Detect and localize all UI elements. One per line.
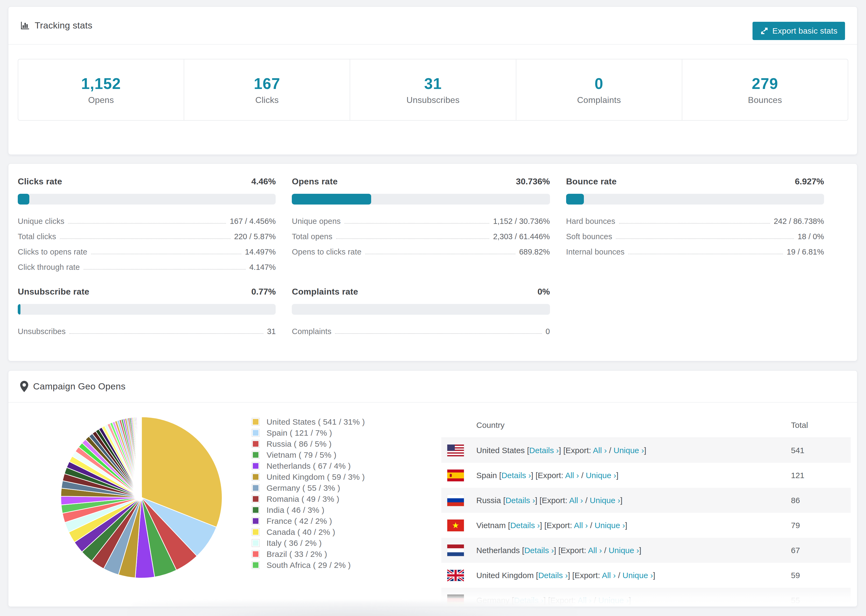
dotted-leader bbox=[335, 333, 542, 334]
flag-es bbox=[447, 470, 464, 481]
total-cell: 121 bbox=[791, 471, 851, 480]
export-all-link[interactable]: All › bbox=[602, 571, 616, 580]
rate-detail-label: Unique opens bbox=[292, 217, 340, 228]
stat-value: 0 bbox=[595, 75, 603, 93]
legend-label: Netherlands ( 67 / 4% ) bbox=[266, 462, 351, 471]
rate-section-complaints-rate: Complaints rate0%Complaints0 bbox=[292, 287, 550, 338]
export-button-label: Export basic stats bbox=[772, 26, 838, 36]
export-unique-link[interactable]: Unique › bbox=[614, 446, 644, 455]
rate-progress-bar bbox=[18, 304, 276, 315]
table-header-row: Country Total bbox=[441, 413, 851, 438]
dotted-leader bbox=[69, 333, 263, 334]
total-cell: 67 bbox=[791, 546, 851, 555]
stat-value: 31 bbox=[424, 75, 442, 93]
details-link[interactable]: Details › bbox=[538, 571, 568, 580]
country-name: Vietnam bbox=[476, 521, 508, 530]
bar-chart-icon bbox=[20, 21, 30, 30]
rate-detail-label: Total clicks bbox=[18, 232, 56, 243]
table-row-vietnam: ★Vietnam [Details ›] [Export: All › / Un… bbox=[441, 513, 851, 538]
legend-swatch bbox=[252, 484, 260, 492]
flag-gb bbox=[447, 569, 464, 581]
legend-label: Vietnam ( 79 / 5% ) bbox=[266, 451, 337, 460]
rate-detail-label: Total opens bbox=[292, 232, 332, 243]
country-name: Spain bbox=[476, 471, 499, 480]
details-link[interactable]: Details › bbox=[510, 521, 540, 530]
export-unique-link[interactable]: Unique › bbox=[595, 521, 625, 530]
country-cell: Vietnam [Details ›] [Export: All › / Uni… bbox=[476, 521, 791, 530]
export-unique-link[interactable]: Unique › bbox=[586, 471, 616, 480]
export-all-link[interactable]: All › bbox=[593, 446, 607, 455]
legend-item: India ( 46 / 3% ) bbox=[252, 504, 365, 515]
dotted-leader bbox=[616, 238, 794, 239]
rate-progress-fill bbox=[18, 194, 29, 204]
legend-label: France ( 42 / 2% ) bbox=[266, 517, 332, 526]
export-all-link[interactable]: All › bbox=[574, 521, 588, 530]
export-all-link[interactable]: All › bbox=[569, 496, 583, 505]
legend-item: Canada ( 40 / 2% ) bbox=[252, 526, 365, 537]
legend-swatch bbox=[252, 418, 260, 426]
legend-swatch bbox=[252, 550, 260, 558]
dotted-leader bbox=[91, 254, 241, 254]
rate-section-value: 30.736% bbox=[516, 177, 550, 187]
dotted-leader bbox=[365, 254, 515, 254]
rate-detail-row: Total clicks220 / 5.87% bbox=[18, 228, 276, 243]
legend-swatch bbox=[252, 517, 260, 525]
export-all-link[interactable]: All › bbox=[565, 471, 579, 480]
legend-item: United Kingdom ( 59 / 3% ) bbox=[252, 471, 365, 482]
rate-detail-row: Unsubscribes31 bbox=[18, 323, 276, 338]
rate-detail-value: 18 / 0% bbox=[798, 232, 824, 243]
export-all-link[interactable]: All › bbox=[588, 546, 602, 555]
table-row-russia: Russia [Details ›] [Export: All › / Uniq… bbox=[441, 488, 851, 513]
rate-detail-value: 220 / 5.87% bbox=[234, 232, 276, 243]
table-row-spain: Spain [Details ›] [Export: All › / Uniqu… bbox=[441, 463, 851, 488]
legend-item: Italy ( 36 / 2% ) bbox=[252, 537, 365, 548]
details-link[interactable]: Details › bbox=[505, 496, 535, 505]
legend-swatch bbox=[252, 506, 260, 514]
details-link[interactable]: Details › bbox=[524, 546, 554, 555]
export-basic-stats-button[interactable]: Export basic stats bbox=[753, 22, 845, 40]
legend-label: Romania ( 49 / 3% ) bbox=[266, 495, 339, 504]
rate-detail-row: Internal bounces19 / 6.81% bbox=[566, 243, 824, 259]
flag-nl bbox=[447, 545, 464, 556]
country-name: United Kingdom bbox=[476, 571, 536, 580]
country-cell: Russia [Details ›] [Export: All › / Uniq… bbox=[476, 496, 791, 505]
rate-detail-value: 14.497% bbox=[245, 248, 276, 259]
details-link[interactable]: Details › bbox=[529, 446, 559, 455]
country-cell: United States [Details ›] [Export: All ›… bbox=[476, 446, 791, 455]
geo-country-table: Country Total United States [Details ›] … bbox=[441, 413, 851, 607]
legend-swatch bbox=[252, 473, 260, 481]
rate-section-title: Opens rate bbox=[292, 177, 337, 187]
geo-card-header: Campaign Geo Opens bbox=[8, 371, 857, 402]
rate-section-value: 0.77% bbox=[252, 287, 276, 297]
rate-detail-label: Clicks to opens rate bbox=[18, 248, 87, 259]
bottom-blur-overlay bbox=[129, 602, 576, 616]
total-cell: 86 bbox=[791, 496, 851, 505]
rate-progress-bar bbox=[292, 304, 550, 315]
pie-legend: United States ( 541 / 31% )Spain ( 121 /… bbox=[252, 416, 365, 570]
stat-label: Unsubscribes bbox=[406, 95, 459, 105]
page-title: Tracking stats bbox=[35, 20, 93, 31]
rate-detail-label: Hard bounces bbox=[566, 217, 615, 228]
table-row-netherlands: Netherlands [Details ›] [Export: All › /… bbox=[441, 538, 851, 563]
rate-section-bounce-rate: Bounce rate6.927%Hard bounces242 / 86.73… bbox=[566, 177, 824, 274]
rates-card: Clicks rate4.46%Unique clicks167 / 4.456… bbox=[8, 163, 857, 361]
export-unique-link[interactable]: Unique › bbox=[598, 596, 629, 605]
export-unique-link[interactable]: Unique › bbox=[590, 496, 620, 505]
export-unique-link[interactable]: Unique › bbox=[609, 546, 639, 555]
details-link[interactable]: Details › bbox=[501, 471, 531, 480]
total-cell: 55 bbox=[791, 596, 851, 605]
geo-section-title: Campaign Geo Opens bbox=[33, 381, 126, 391]
table-row-united-states: United States [Details ›] [Export: All ›… bbox=[441, 438, 851, 463]
rate-detail-value: 689.82% bbox=[519, 248, 550, 259]
export-all-link[interactable]: All › bbox=[578, 596, 592, 605]
total-cell: 541 bbox=[791, 446, 851, 455]
export-unique-link[interactable]: Unique › bbox=[623, 571, 653, 580]
rate-detail-label: Internal bounces bbox=[566, 248, 625, 259]
rate-detail-value: 167 / 4.456% bbox=[230, 217, 276, 228]
legend-item: Spain ( 121 / 7% ) bbox=[252, 427, 365, 438]
rate-detail-row: Complaints0 bbox=[292, 323, 550, 338]
campaign-geo-opens-card: Campaign Geo Opens United States ( 541 /… bbox=[8, 370, 857, 607]
legend-label: Italy ( 36 / 2% ) bbox=[266, 539, 322, 548]
stat-value: 1,152 bbox=[81, 75, 121, 93]
total-cell: 59 bbox=[791, 571, 851, 580]
